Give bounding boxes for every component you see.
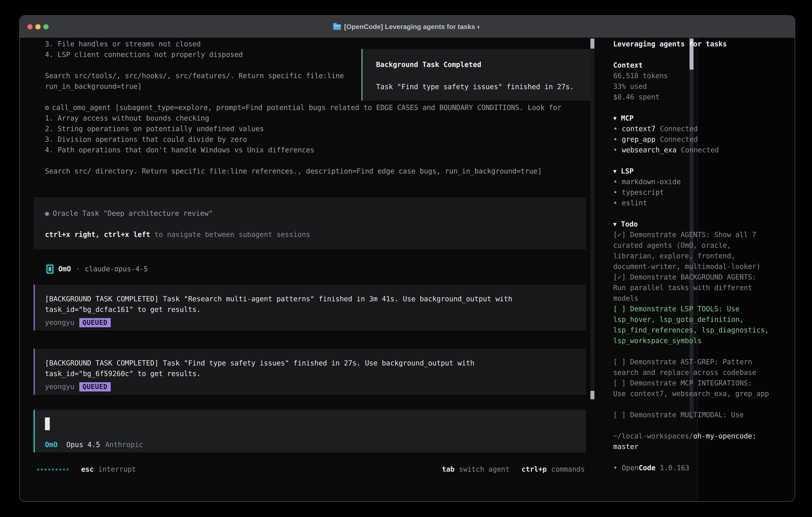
- minimize-button[interactable]: [35, 24, 40, 29]
- mcp-item-status: Connected: [681, 145, 719, 155]
- app-version: 1.0.163: [660, 463, 690, 473]
- commands-key-hint: ctrl+p: [521, 464, 547, 474]
- app-name: OpenCode: [622, 463, 656, 473]
- lsp-item: • eslint: [613, 198, 781, 208]
- agent-name: OmO: [58, 264, 71, 274]
- mcp-item-status: Connected: [660, 124, 698, 134]
- task-message-text: [BACKGROUND TASK COMPLETED] Task "Resear…: [45, 294, 586, 315]
- background-task-toast: Background Task Completed Task "Find typ…: [361, 49, 592, 101]
- lsp-item-name: eslint: [622, 198, 647, 208]
- agent-model: claude-opus-4-5: [85, 264, 148, 274]
- esc-action-label: interrupt: [98, 464, 136, 474]
- main-scrollbar-thumb-top[interactable]: [590, 38, 594, 49]
- sidebar: Leveraging agents for tasks Context 66,5…: [613, 39, 781, 473]
- task-user: yeongyu: [45, 317, 75, 328]
- context-details: 66,518 tokens 33% used $0.46 spent: [613, 71, 781, 102]
- title-group: [OpenCode] Leveraging agents for tasks ◐: [333, 23, 481, 31]
- composer-agent[interactable]: OmO: [45, 439, 58, 450]
- titlebar[interactable]: [OpenCode] Leveraging agents for tasks ◐: [20, 16, 794, 38]
- oracle-task-banner: ◉ Oracle Task "Deep architecture review"…: [34, 197, 586, 249]
- status-bar: ▪▪▪▪▪▪▪▪▪ esc interrupt tab switch agent…: [37, 464, 585, 474]
- close-button[interactable]: [27, 24, 33, 29]
- bullet-icon: •: [613, 187, 617, 198]
- tab-key-hint: tab: [442, 464, 455, 474]
- tool-call-body: 1. Array access without bounds checking …: [45, 113, 561, 176]
- todo-done-items: [✓] Demonstrate AGENTS: Show all 7 curat…: [613, 229, 781, 304]
- window-controls: [27, 16, 49, 38]
- workspace-project: oh-my-opencode:: [693, 432, 756, 440]
- context-header: Context: [613, 60, 781, 71]
- todo-header-label: Todo: [621, 219, 638, 229]
- app-name-bold: Code: [639, 464, 655, 472]
- mcp-header-label: MCP: [621, 113, 634, 124]
- mcp-item-name: context7: [622, 124, 656, 134]
- prompt-input[interactable]: OmO Opus 4.5 Anthropic: [34, 410, 586, 453]
- gear-icon: ⚙: [45, 102, 49, 113]
- folder-icon: [333, 24, 341, 30]
- spinner-dots-icon: ▪▪▪▪▪▪▪▪▪: [37, 464, 70, 474]
- lsp-item-name: typescript: [622, 187, 664, 198]
- oracle-task-title: Oracle Task "Deep architecture review": [53, 208, 213, 219]
- mcp-section-header[interactable]: ▼ MCP: [613, 113, 781, 124]
- mcp-item: • grep_app Connected: [613, 134, 781, 145]
- tool-call-headline: ⚙ call_omo_agent [subagent_type=explore,…: [45, 102, 561, 113]
- main-scrollbar-track[interactable]: [590, 38, 594, 399]
- app-window: [OpenCode] Leveraging agents for tasks ◐…: [19, 15, 795, 502]
- mcp-item-name: websearch_exa: [622, 145, 676, 155]
- background-task-message-2: [BACKGROUND TASK COMPLETED] Task "Find t…: [34, 349, 586, 395]
- lsp-item: • markdown-oxide: [613, 176, 781, 187]
- composer-model[interactable]: Opus 4.5: [66, 439, 100, 450]
- hint-keybindings: ctrl+x right, ctrl+x left: [45, 230, 150, 239]
- mcp-item: • context7 Connected: [613, 124, 781, 134]
- workspace-path: ~/local-workspaces/oh-my-opencode:: [613, 431, 781, 441]
- lsp-header-label: LSP: [621, 166, 634, 176]
- status-badge: QUEUED: [79, 318, 111, 327]
- mcp-item-status: Connected: [660, 134, 698, 145]
- agent-square-icon: [46, 265, 54, 274]
- todo-active-item: [ ] Demonstrate LSP TOOLS: Use lsp_hover…: [613, 304, 781, 346]
- toast-body: Task "Find type safety issues" finished …: [376, 82, 587, 92]
- workspace-branch: master: [613, 441, 781, 452]
- maximize-button[interactable]: [44, 24, 49, 29]
- oracle-bullseye-icon: ◉: [45, 208, 49, 219]
- lsp-section-header[interactable]: ▼ LSP: [613, 166, 781, 176]
- background-task-message-1: [BACKGROUND TASK COMPLETED] Task "Resear…: [34, 284, 586, 330]
- workspace-path-prefix: ~/local-workspaces/: [613, 432, 693, 440]
- log-output-top: 3. File handles or streams not closed 4.…: [45, 39, 344, 92]
- chevron-down-icon: ▼: [613, 113, 617, 124]
- app-name-light: Open: [622, 464, 639, 472]
- tool-call-block: ⚙ call_omo_agent [subagent_type=explore,…: [45, 102, 561, 176]
- subagent-nav-hint: ctrl+x right, ctrl+x left to navigate be…: [45, 229, 586, 240]
- bullet-icon: •: [613, 145, 617, 155]
- status-badge: QUEUED: [79, 382, 111, 391]
- todo-pending-items: [ ] Demonstrate AST-GREP: Pattern search…: [613, 357, 781, 399]
- main-scrollbar-thumb-bottom[interactable]: [590, 391, 594, 399]
- separator-dot: ·: [76, 264, 80, 274]
- lsp-item: • typescript: [613, 187, 781, 198]
- window-title: [OpenCode] Leveraging agents for tasks ◐: [344, 23, 481, 31]
- session-title: Leveraging agents for tasks: [613, 39, 781, 49]
- tab-action-label: switch agent: [459, 464, 510, 474]
- mcp-item: • websearch_exa Connected: [613, 145, 781, 155]
- composer-provider: Anthropic: [105, 439, 143, 450]
- bullet-icon: •: [613, 463, 617, 473]
- lsp-item-name: markdown-oxide: [622, 176, 681, 187]
- version-row: • OpenCode 1.0.163: [613, 463, 781, 473]
- bullet-icon: •: [613, 198, 617, 208]
- esc-key-hint: esc: [81, 464, 94, 474]
- todo-section-header[interactable]: ▼ Todo: [613, 219, 781, 229]
- commands-action-label: commands: [551, 464, 585, 474]
- tool-call-text: call_omo_agent [subagent_type=explore, p…: [52, 102, 561, 113]
- agent-session-header: OmO · claude-opus-4-5: [46, 264, 148, 274]
- chevron-down-icon: ▼: [613, 219, 617, 229]
- task-user: yeongyu: [45, 381, 75, 392]
- bullet-icon: •: [613, 134, 617, 145]
- todo-pending-item: [ ] Demonstrate MULTIMODAL: Use: [613, 410, 781, 420]
- mcp-item-name: grep_app: [622, 134, 656, 145]
- task-message-text: [BACKGROUND TASK COMPLETED] Task "Find t…: [45, 358, 586, 379]
- toast-title: Background Task Completed: [376, 59, 587, 70]
- hint-description: to navigate between subagent sessions: [150, 230, 310, 239]
- text-cursor: [45, 417, 50, 430]
- bullet-icon: •: [613, 176, 617, 187]
- bullet-icon: •: [613, 124, 617, 134]
